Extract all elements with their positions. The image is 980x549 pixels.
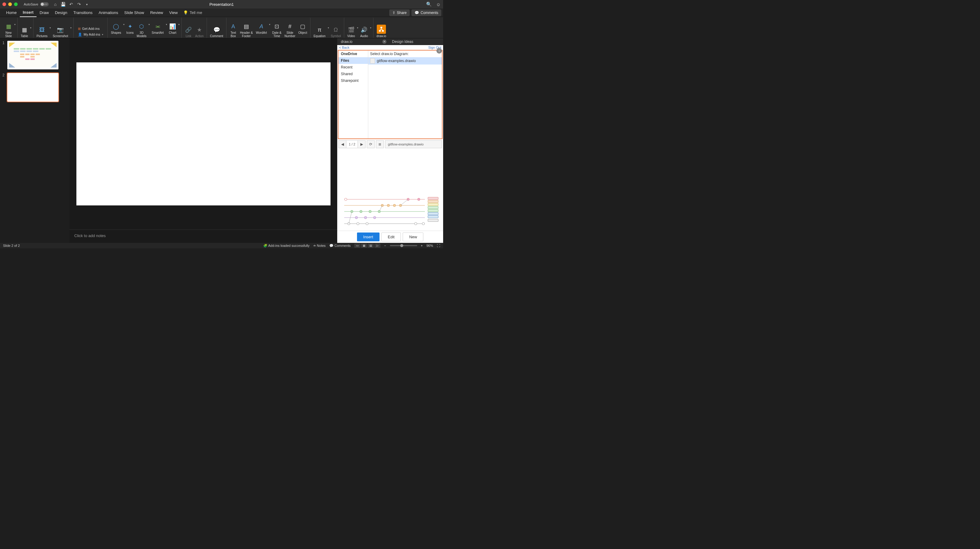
search-icon[interactable]: 🔍 (426, 2, 432, 7)
save-icon[interactable]: 💾 (61, 2, 66, 7)
close-window-button[interactable] (2, 2, 6, 6)
reading-view-button[interactable]: ▤ (368, 243, 374, 248)
shapes-button[interactable]: ◯Shapes (110, 23, 123, 34)
object-button[interactable]: ▢Object (297, 23, 308, 34)
chevron-down-icon[interactable]: ▾ (70, 27, 72, 29)
slide-1-thumb[interactable] (7, 41, 59, 69)
close-pane-icon[interactable]: ✕ (382, 40, 387, 44)
header-footer-icon: ▤ (243, 23, 250, 30)
header-footer-button[interactable]: ▤Header & Footer (239, 23, 254, 38)
source-shared[interactable]: Shared (339, 71, 368, 77)
get-addins-button[interactable]: ⊞Get Add-ins (78, 27, 103, 31)
notes-toggle[interactable]: ≐ Notes (313, 244, 326, 248)
toggle-switch[interactable]: OFF (40, 2, 49, 6)
undo-icon[interactable]: ↶ (69, 2, 74, 7)
chevron-down-icon[interactable]: ▾ (14, 23, 16, 26)
qat-more-icon[interactable]: ▾ (84, 2, 89, 7)
3d-models-button[interactable]: ⬡3D Models (135, 23, 148, 38)
source-recent[interactable]: Recent (339, 64, 368, 71)
zoom-slider[interactable] (390, 245, 417, 246)
icons-button[interactable]: ✦Icons (125, 23, 135, 34)
canvas-area[interactable] (69, 38, 337, 229)
addins-status[interactable]: 🧩 Add-ins loaded successfully (263, 244, 310, 248)
tab-view[interactable]: View (166, 8, 181, 17)
slide-2-thumb[interactable] (7, 73, 59, 102)
chevron-down-icon[interactable]: ▾ (370, 27, 371, 29)
sorter-view-button[interactable]: ▦ (361, 243, 367, 248)
pictures-button[interactable]: 🖼Pictures (35, 27, 49, 38)
tab-home[interactable]: Home (3, 8, 20, 17)
comment-button[interactable]: 💬Comment (209, 27, 224, 38)
chevron-down-icon[interactable]: ▾ (357, 27, 358, 29)
tab-transitions[interactable]: Transitions (70, 8, 95, 17)
chevron-down-icon[interactable]: ▾ (49, 27, 51, 29)
account-icon[interactable]: ☺ (436, 2, 441, 7)
chevron-down-icon[interactable]: ▾ (123, 23, 124, 26)
file-item-gitflow[interactable]: gitflow-examples.drawio (368, 57, 442, 65)
slideshow-view-button[interactable]: ▷ (374, 243, 380, 248)
normal-view-button[interactable]: ▭ (354, 243, 360, 248)
tab-slideshow[interactable]: Slide Show (121, 8, 147, 17)
datetime-button[interactable]: ⊡Date & Time (271, 23, 283, 38)
layers-button[interactable]: ≣ (376, 140, 384, 148)
insert-button[interactable]: Insert (357, 232, 380, 241)
refresh-button[interactable]: ⟳ (367, 140, 375, 148)
comments-button[interactable]: 💬Comments (412, 10, 441, 16)
chart-button[interactable]: 📊Chart (168, 23, 177, 34)
new-button[interactable]: New (402, 232, 423, 241)
back-link[interactable]: < Back (339, 46, 349, 49)
redo-icon[interactable]: ↷ (77, 2, 81, 7)
fit-to-window-button[interactable]: ⛶ (437, 244, 440, 247)
zoom-level[interactable]: 96% (426, 244, 433, 247)
notes-pane[interactable]: Click to add notes (69, 229, 337, 243)
home-icon[interactable]: ⌂ (53, 2, 58, 7)
share-button[interactable]: ⇪Share (389, 10, 410, 16)
chevron-down-icon[interactable]: ▾ (328, 27, 329, 29)
thumbnail-1[interactable]: 1 (2, 41, 67, 69)
source-files[interactable]: Files (339, 57, 368, 64)
textbox-button[interactable]: AText Box (228, 23, 238, 38)
zoom-out-button[interactable]: − (384, 244, 386, 247)
next-page-button[interactable]: ▶ (358, 140, 366, 148)
smartart-button[interactable]: ⫘SmartArt (150, 23, 165, 34)
autosave-toggle[interactable]: AutoSave OFF (24, 2, 49, 6)
source-sharepoint[interactable]: Sharepoint (339, 77, 368, 84)
my-addins-button[interactable]: 👤My Add-ins▾ (78, 33, 103, 37)
design-ideas-tab[interactable]: Design Ideas (388, 38, 417, 45)
new-slide-button[interactable]: ▦New Slide (4, 23, 13, 38)
maximize-window-button[interactable] (14, 2, 18, 6)
chevron-down-icon[interactable]: ▾ (269, 23, 270, 26)
video-button[interactable]: 🎬Video (346, 27, 356, 38)
drawio-button[interactable]: draw.io (375, 25, 387, 38)
table-button[interactable]: ▦Table (19, 27, 29, 38)
minimize-window-button[interactable] (8, 2, 12, 6)
tab-review[interactable]: Review (147, 8, 166, 17)
equation-button[interactable]: πEquation (312, 27, 326, 38)
wordart-button[interactable]: AWordArt (255, 23, 269, 34)
chevron-down-icon[interactable]: ▾ (178, 23, 180, 26)
edit-button[interactable]: Edit (381, 232, 401, 241)
tab-animations[interactable]: Animations (95, 8, 121, 17)
slide-canvas[interactable] (76, 62, 331, 205)
chevron-down-icon[interactable]: ▾ (148, 23, 150, 26)
thumbnail-2[interactable]: 2 (2, 73, 67, 102)
tell-me-search[interactable]: 💡 Tell me (183, 10, 202, 15)
new-slide-icon: ▦ (5, 23, 12, 30)
slide-thumbnails-panel[interactable]: 1 2 (0, 38, 69, 243)
slide-count-label[interactable]: Slide 2 of 2 (3, 244, 20, 247)
tab-draw[interactable]: Draw (37, 8, 52, 17)
chevron-down-icon[interactable]: ▾ (30, 27, 31, 29)
slide-number-button[interactable]: #Slide Number (283, 23, 297, 38)
tab-design[interactable]: Design (52, 8, 70, 17)
svg-rect-27 (428, 200, 438, 203)
prev-page-button[interactable]: ◀ (339, 140, 346, 148)
comments-toggle[interactable]: 💬 Comments (329, 244, 351, 248)
chevron-down-icon[interactable]: ▾ (166, 23, 167, 26)
screenshot-button[interactable]: 📷Screenshot (51, 27, 69, 38)
zoom-in-button[interactable]: + (421, 244, 423, 247)
info-badge-icon[interactable]: i (436, 48, 442, 54)
tab-insert[interactable]: Insert (20, 8, 37, 17)
source-onedrive[interactable]: OneDrive (339, 51, 368, 57)
drawio-pane-tab[interactable]: draw.io ✕ (337, 38, 388, 45)
audio-button[interactable]: 🔊Audio (359, 27, 369, 38)
